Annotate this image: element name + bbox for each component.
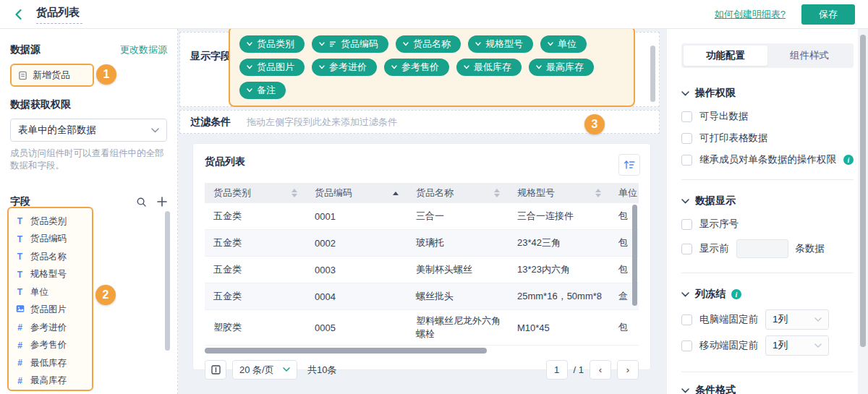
chevron-down-icon <box>536 65 542 69</box>
display-field-chip[interactable]: 货品编码 <box>312 35 388 53</box>
display-field-chip[interactable]: 备注 <box>239 82 286 99</box>
checkbox[interactable] <box>681 133 692 144</box>
help-link[interactable]: 如何创建明细表? <box>715 8 786 21</box>
table-sort-button[interactable] <box>618 154 640 176</box>
table-row[interactable]: 塑胶类0005塑料螺丝尼龙外六角螺栓M10*45包 <box>205 310 639 346</box>
display-field-chip[interactable]: 单位 <box>540 35 587 53</box>
show-first-count-input[interactable] <box>736 239 788 258</box>
column-header[interactable]: 单位 <box>610 183 639 203</box>
field-item[interactable]: 货品图片 <box>9 301 92 320</box>
save-button[interactable]: 保存 <box>801 4 855 25</box>
sort-asc-icon[interactable] <box>393 192 399 195</box>
search-icon[interactable] <box>136 197 147 207</box>
display-field-chip[interactable]: 最高库存 <box>529 59 594 76</box>
table-row[interactable]: 五金类0004螺丝批头25mm*16，50mm*8盒 <box>205 283 639 310</box>
table-row[interactable]: 五金类0001三合一三合一连接件包 <box>205 203 639 230</box>
option-show-index[interactable]: 显示序号 <box>681 218 854 231</box>
prev-page-button[interactable]: ‹ <box>590 360 611 380</box>
chevron-down-icon <box>475 42 481 46</box>
field-item[interactable]: T货品名称 <box>9 248 92 266</box>
chevron-down-icon <box>681 388 689 393</box>
column-header[interactable]: 货品名称 <box>407 183 509 203</box>
datasource-item[interactable]: 新增货品 <box>10 64 94 87</box>
step-badge-3: 3 <box>584 114 605 134</box>
freeze-mobile-select[interactable]: 1列 <box>765 335 829 356</box>
next-page-button[interactable]: › <box>617 360 639 380</box>
section-operation-permission[interactable]: 操作权限 <box>681 87 854 100</box>
back-button[interactable] <box>13 9 25 20</box>
checkbox[interactable] <box>681 155 692 166</box>
chevron-down-icon <box>464 65 469 69</box>
chevron-left-icon <box>13 9 25 20</box>
access-permission-hint: 成员访问组件时可以查看组件中的全部数据和字段。 <box>10 147 167 172</box>
column-header[interactable]: 规格型号 <box>509 183 610 203</box>
checkbox[interactable] <box>681 314 692 325</box>
display-field-chip[interactable]: 货品名称 <box>396 35 461 53</box>
pagination-panel-icon <box>211 365 221 374</box>
option-inherit-permission[interactable]: 继承成员对单条数据的操作权限 i <box>681 153 854 166</box>
pagination-settings-button[interactable] <box>205 360 226 380</box>
table-title: 货品列表 <box>205 155 245 168</box>
info-icon[interactable]: i <box>731 289 741 299</box>
total-count: 共10条 <box>307 364 336 377</box>
tab-component-style[interactable]: 组件样式 <box>767 46 851 66</box>
section-data-display[interactable]: 数据显示 <box>681 194 854 207</box>
display-field-chip[interactable]: 货品图片 <box>239 59 305 76</box>
chevron-down-icon <box>814 343 822 348</box>
display-fields-scrollbar[interactable] <box>650 46 655 102</box>
column-header[interactable]: 货品类别 <box>205 183 306 203</box>
right-panel-scrollbar[interactable] <box>860 35 866 347</box>
text-field-icon: T <box>15 216 25 226</box>
sort-toggle-icon[interactable] <box>292 189 297 197</box>
info-icon[interactable]: i <box>843 155 854 165</box>
option-print-data[interactable]: 可打印表格数据 <box>681 132 854 145</box>
checkbox[interactable] <box>681 111 692 122</box>
add-field-icon[interactable] <box>157 197 167 207</box>
page-number-input[interactable] <box>546 360 568 380</box>
option-show-first-n[interactable]: 显示前 条数据 <box>681 239 854 258</box>
section-column-freeze[interactable]: 列冻结 i <box>681 288 854 301</box>
page-size-select[interactable]: 20 条/页 <box>232 360 297 380</box>
access-permission-select[interactable]: 表单中的全部数据 <box>10 119 167 142</box>
chevron-down-icon <box>319 65 325 69</box>
table-header-row: 货品类别 货品编码 货品名称 规格型号 单位 <box>205 183 639 203</box>
access-permission-value: 表单中的全部数据 <box>18 124 96 137</box>
column-header[interactable]: 货品编码 <box>306 183 407 203</box>
checkbox[interactable] <box>681 244 692 254</box>
display-field-chip[interactable]: 参考售价 <box>384 59 449 76</box>
option-export-data[interactable]: 可导出数据 <box>681 110 854 123</box>
field-item[interactable]: #最高库存 <box>9 372 92 390</box>
field-item[interactable]: T规格型号 <box>9 266 92 284</box>
section-conditional-format[interactable]: 条件格式 <box>681 384 854 394</box>
field-item[interactable]: #参考进价 <box>9 319 92 337</box>
field-item[interactable]: T货品编码 <box>9 231 92 249</box>
checkbox[interactable] <box>681 341 692 351</box>
display-field-chip[interactable]: 货品类别 <box>239 35 305 53</box>
tab-function-config[interactable]: 功能配置 <box>684 46 767 66</box>
number-field-icon: # <box>15 376 25 386</box>
field-item[interactable]: T货品类别 <box>9 213 92 231</box>
display-field-chip[interactable]: 最低库存 <box>456 59 522 76</box>
sort-toggle-icon[interactable] <box>494 189 500 197</box>
number-field-icon: # <box>15 322 25 333</box>
option-freeze-mobile[interactable]: 移动端固定前 1列 <box>681 335 854 356</box>
divider <box>681 273 854 273</box>
sort-toggle-icon[interactable] <box>595 189 601 197</box>
field-item[interactable]: #最低库存 <box>9 354 92 372</box>
freeze-pc-select[interactable]: 1列 <box>765 309 829 330</box>
change-datasource-link[interactable]: 更改数据源 <box>120 43 167 56</box>
config-tabs: 功能配置 组件样式 <box>681 43 854 68</box>
display-field-chip[interactable]: 参考进价 <box>312 59 377 76</box>
display-field-chip[interactable]: 规格型号 <box>468 35 533 53</box>
option-freeze-pc[interactable]: 电脑端固定前 1列 <box>681 309 854 330</box>
field-item[interactable]: T单位 <box>9 283 92 301</box>
table-row[interactable]: 五金类0002玻璃托23*42三角包 <box>205 230 639 257</box>
page-title: 货品列表 <box>36 4 82 24</box>
text-field-icon: T <box>15 287 25 297</box>
table-vertical-scrollbar[interactable] <box>632 205 637 306</box>
table-horizontal-scrollbar[interactable] <box>205 348 639 354</box>
table-row[interactable]: 五金类0003美制杯头螺丝13*23内六角包 <box>205 257 639 283</box>
field-item[interactable]: #参考售价 <box>9 337 92 355</box>
checkbox[interactable] <box>681 219 692 230</box>
left-panel-scrollbar[interactable] <box>165 211 170 351</box>
